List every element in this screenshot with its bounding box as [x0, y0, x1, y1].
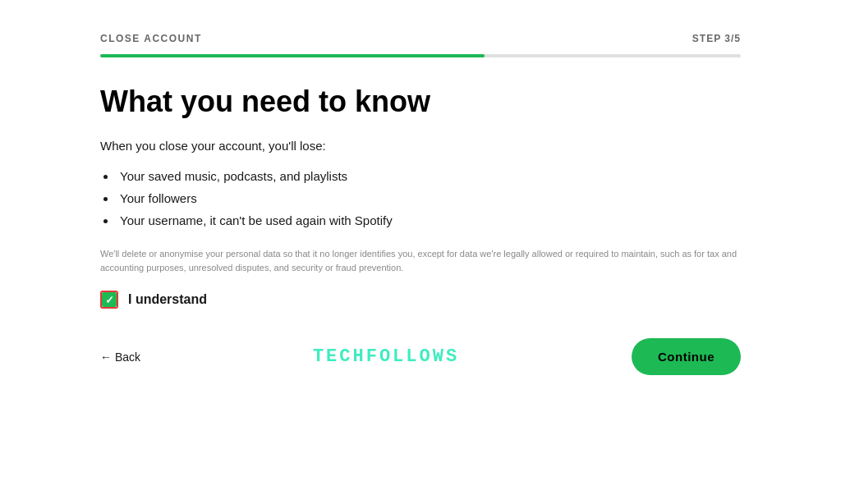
page-title: CLOSE ACCOUNT: [100, 33, 202, 44]
checkbox-checked-indicator: ✓: [102, 292, 117, 307]
list-item: Your followers: [117, 191, 741, 205]
checkmark-icon: ✓: [105, 295, 114, 305]
back-button[interactable]: ← Back: [100, 351, 140, 364]
main-title: What you need to know: [100, 84, 741, 119]
step-indicator: STEP 3/5: [692, 33, 741, 44]
understand-label: I understand: [128, 292, 207, 307]
loss-list: Your saved music, podcasts, and playlist…: [100, 169, 741, 227]
progress-bar-container: [100, 54, 741, 57]
list-item: Your saved music, podcasts, and playlist…: [117, 169, 741, 183]
understand-checkbox[interactable]: ✓: [100, 291, 118, 309]
page-container: CLOSE ACCOUNT STEP 3/5 What you need to …: [51, 0, 790, 408]
disclaimer: We'll delete or anonymise your personal …: [100, 247, 741, 274]
list-item: Your username, it can't be used again wi…: [117, 213, 741, 227]
progress-bar-fill: [100, 54, 485, 57]
understand-row: ✓ I understand: [100, 291, 741, 309]
header: CLOSE ACCOUNT STEP 3/5: [100, 33, 741, 44]
footer-row: ← Back TECHFOLLOWS Continue: [100, 338, 741, 375]
subtitle: When you close your account, you'll lose…: [100, 139, 741, 153]
continue-button[interactable]: Continue: [632, 338, 741, 375]
watermark: TECHFOLLOWS: [313, 346, 459, 367]
